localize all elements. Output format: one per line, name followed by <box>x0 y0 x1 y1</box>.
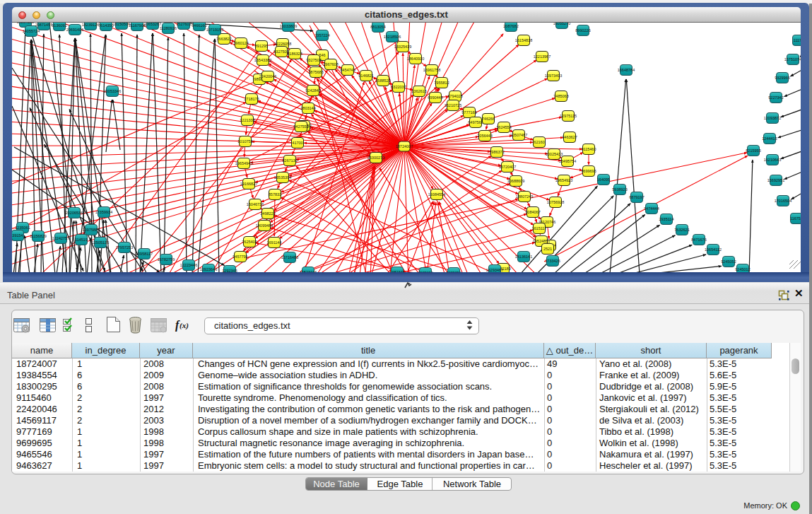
svg-text:15751074: 15751074 <box>784 57 801 62</box>
svg-text:16543382: 16543382 <box>254 58 271 62</box>
svg-text:9699695: 9699695 <box>581 169 596 173</box>
svg-text:21167908: 21167908 <box>129 23 146 28</box>
svg-text:20691406: 20691406 <box>66 28 83 32</box>
svg-text:7955812: 7955812 <box>434 81 449 85</box>
svg-text:9245012: 9245012 <box>735 267 750 271</box>
svg-text:16782759: 16782759 <box>158 257 175 262</box>
svg-text:5938923: 5938923 <box>612 187 627 192</box>
svg-text:3875685: 3875685 <box>308 70 323 74</box>
svg-text:9327508: 9327508 <box>306 58 321 62</box>
svg-text:164095: 164095 <box>597 177 610 182</box>
svg-text:19166827: 19166827 <box>240 182 257 186</box>
svg-text:9463627: 9463627 <box>562 135 577 139</box>
svg-text:114519: 114519 <box>75 238 88 242</box>
svg-text:20206536: 20206536 <box>66 211 83 215</box>
svg-text:16154838: 16154838 <box>515 38 532 42</box>
svg-text:16210643: 16210643 <box>764 158 781 162</box>
svg-text:14099489: 14099489 <box>256 223 273 228</box>
svg-text:3624554: 3624554 <box>496 125 511 129</box>
svg-text:2935114: 2935114 <box>659 217 673 221</box>
svg-text:12093872: 12093872 <box>764 116 781 120</box>
svg-text:9242843: 9242843 <box>305 88 320 93</box>
svg-text:7632621: 7632621 <box>674 228 689 232</box>
svg-text:16210725: 16210725 <box>445 103 461 107</box>
svg-text:18239126: 18239126 <box>82 23 99 27</box>
svg-text:6794028: 6794028 <box>447 94 462 98</box>
svg-text:3960124: 3960124 <box>233 41 248 45</box>
svg-text:10975887: 10975887 <box>83 228 100 232</box>
svg-text:10756928: 10756928 <box>547 200 564 204</box>
svg-text:10973493: 10973493 <box>545 74 562 78</box>
svg-text:15495754: 15495754 <box>559 159 576 163</box>
svg-text:7235192: 7235192 <box>418 271 433 275</box>
svg-text:8215955: 8215955 <box>746 148 760 153</box>
svg-text:16293467: 16293467 <box>486 268 503 272</box>
svg-text:16046736: 16046736 <box>247 202 264 206</box>
svg-text:9245052: 9245052 <box>721 259 736 264</box>
svg-text:12223446: 12223446 <box>180 263 197 267</box>
svg-text:1244415: 1244415 <box>762 136 777 141</box>
svg-text:11174: 11174 <box>794 38 804 42</box>
svg-text:9084067: 9084067 <box>525 210 540 214</box>
svg-text:9329966: 9329966 <box>775 76 789 80</box>
svg-text:857833: 857833 <box>269 192 281 197</box>
svg-text:7614350: 7614350 <box>98 23 113 28</box>
svg-text:41700: 41700 <box>292 141 302 145</box>
svg-text:10507487: 10507487 <box>510 133 527 137</box>
svg-text:1235061: 1235061 <box>15 226 30 230</box>
svg-text:746266: 746266 <box>482 117 495 121</box>
svg-text:12226058: 12226058 <box>274 42 291 46</box>
svg-text:1292345: 1292345 <box>222 269 237 273</box>
svg-text:12213967: 12213967 <box>534 54 551 59</box>
svg-text:14055724: 14055724 <box>23 29 40 33</box>
svg-text:116753: 116753 <box>790 216 803 221</box>
svg-text:2718176: 2718176 <box>244 97 259 101</box>
svg-text:7357224: 7357224 <box>314 33 329 37</box>
svg-text:(x): (x) <box>180 321 189 330</box>
svg-text:16648784: 16648784 <box>618 68 635 72</box>
svg-text:10719155: 10719155 <box>206 28 223 32</box>
svg-text:1010755: 1010755 <box>237 139 252 144</box>
svg-text:8427552: 8427552 <box>293 124 308 129</box>
svg-text:2056443: 2056443 <box>477 134 492 138</box>
svg-text:8454749: 8454749 <box>340 68 355 72</box>
svg-text:18724007: 18724007 <box>396 144 413 148</box>
svg-text:1588520: 1588520 <box>375 78 390 83</box>
svg-text:2521: 2521 <box>543 247 552 251</box>
svg-text:16033809: 16033809 <box>280 24 297 28</box>
svg-text:7986372: 7986372 <box>489 150 504 154</box>
svg-text:7485063: 7485063 <box>553 94 568 98</box>
svg-text:7663822: 7663822 <box>216 37 231 41</box>
svg-text:9146821: 9146821 <box>358 74 373 78</box>
svg-text:18640910: 18640910 <box>407 57 424 61</box>
svg-text:17957253: 17957253 <box>116 245 133 250</box>
svg-text:10923646: 10923646 <box>200 267 217 271</box>
svg-text:20053346: 20053346 <box>104 89 121 93</box>
svg-text:18807249: 18807249 <box>516 194 533 199</box>
svg-text:1382345: 1382345 <box>389 270 404 274</box>
svg-text:10688609: 10688609 <box>507 179 524 183</box>
svg-text:9777169: 9777169 <box>461 110 476 115</box>
svg-text:8990226: 8990226 <box>575 28 590 33</box>
svg-text:12823446: 12823446 <box>300 270 317 274</box>
svg-text:8813054: 8813054 <box>370 25 385 29</box>
svg-text:1629356: 1629356 <box>446 271 461 275</box>
svg-text:1691144: 1691144 <box>266 240 281 245</box>
svg-text:15720407: 15720407 <box>499 165 516 169</box>
svg-text:62160: 62160 <box>534 140 544 144</box>
svg-text:17016504: 17016504 <box>775 199 792 203</box>
svg-text:1615117: 1615117 <box>531 226 546 230</box>
svg-text:8267130: 8267130 <box>282 158 297 163</box>
svg-text:11280926: 11280926 <box>160 26 177 30</box>
svg-text:891295: 891295 <box>255 44 268 48</box>
svg-text:20871455: 20871455 <box>35 23 52 27</box>
svg-text:9115460: 9115460 <box>581 147 596 151</box>
svg-text:8186328: 8186328 <box>287 52 302 56</box>
svg-text:12505135: 12505135 <box>92 240 109 245</box>
svg-text:10958117: 10958117 <box>136 252 153 256</box>
svg-text:6990448: 6990448 <box>428 95 442 100</box>
svg-text:6466160: 6466160 <box>192 23 206 28</box>
svg-text:15692951: 15692951 <box>767 178 784 182</box>
svg-text:39154: 39154 <box>12 233 23 238</box>
svg-text:6879197: 6879197 <box>629 195 644 199</box>
